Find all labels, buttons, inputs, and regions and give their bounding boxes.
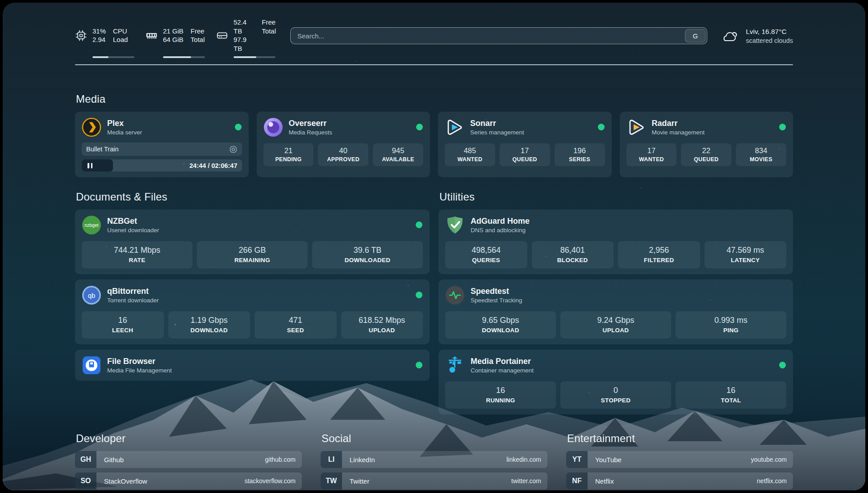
cpu-progress-bar: [92, 56, 134, 58]
service-subtitle: Movie management: [652, 129, 705, 136]
stat-tile: 1.19 GbpsDOWNLOAD: [168, 311, 250, 338]
search-engine-button[interactable]: G: [685, 29, 705, 42]
service-title: Speedtest: [471, 287, 522, 297]
bookmark-twitter[interactable]: TW Twitter twitter.com: [321, 472, 547, 489]
bookmark-netflix[interactable]: NF Netflix netflix.com: [566, 472, 793, 489]
status-dot: [598, 124, 605, 130]
cpu-label-2: Load: [113, 35, 128, 44]
card-radarr[interactable]: Radarr Movie management 17WANTED 22QUEUE…: [620, 112, 793, 177]
bookmark-abbr: GH: [75, 451, 96, 468]
service-title: Overseerr: [289, 119, 333, 129]
cpu-load-avg: 2.94: [92, 35, 106, 44]
cpu-label-1: CPU: [113, 27, 128, 36]
cpu-stat: 31%2.94 CPULoad: [75, 18, 135, 58]
stat-tile: 16RUNNING: [445, 381, 556, 409]
section-heading-documents: Documents & Files: [76, 191, 430, 203]
plex-elapsed: [82, 159, 113, 171]
service-subtitle: Media server: [107, 129, 142, 136]
nzbget-icon: nzbget: [82, 215, 101, 235]
bookmark-github[interactable]: GH Github github.com: [75, 451, 302, 468]
cpu-usage: 31%: [92, 27, 106, 36]
stat-tile: 17WANTED: [626, 143, 677, 166]
card-filebrowser[interactable]: File Browser Media File Management: [75, 350, 430, 381]
stat-tile: 498,564QUERIES: [445, 241, 527, 268]
portainer-icon: [445, 355, 465, 375]
disk-stat: 52.4 TB97.9 TB FreeTotal: [216, 18, 276, 58]
plex-progress-bar: 24:44 / 02:06:47: [82, 159, 242, 171]
speedtest-icon: [445, 285, 465, 305]
status-dot: [779, 362, 786, 368]
stat-tile: 266 GBREMAINING: [197, 241, 308, 268]
svg-text:qb: qb: [88, 292, 96, 299]
stat-tile: 196SERIES: [555, 143, 605, 166]
service-title: Media Portainer: [471, 357, 534, 367]
card-speedtest[interactable]: Speedtest Speedtest Tracking 9.65 GbpsDO…: [438, 280, 793, 344]
section-heading-developer: Developer: [76, 432, 302, 445]
memory-progress-bar: [163, 56, 205, 58]
card-nzbget[interactable]: nzbget NZBGet Usenet downloader 744.21 M…: [75, 209, 430, 274]
section-heading-media: Media: [76, 93, 793, 105]
section-heading-utilities: Utilities: [439, 191, 793, 203]
card-overseerr[interactable]: Overseerr Media Requests 21PENDING 40APP…: [257, 112, 430, 177]
stat-tile: 16LEECH: [82, 311, 164, 338]
card-plex[interactable]: Plex Media server Bullet Train 24:44 / 0: [75, 112, 249, 177]
stat-tile: 834MOVIES: [736, 143, 786, 166]
status-dot: [416, 362, 422, 368]
card-portainer[interactable]: Media Portainer Container management 16R…: [438, 350, 793, 414]
service-title: File Browser: [107, 357, 172, 367]
bookmark-abbr: TW: [321, 472, 342, 489]
service-subtitle: Media Requests: [289, 129, 333, 136]
memory-label-2: Total: [191, 35, 205, 44]
stat-tile: 618.52 MbpsUPLOAD: [341, 311, 423, 338]
disk-free: 52.4 TB: [234, 18, 255, 35]
service-title: Plex: [107, 119, 142, 129]
ram-icon: [146, 29, 158, 42]
service-subtitle: Container management: [471, 367, 534, 374]
section-heading-entertainment: Entertainment: [567, 432, 793, 445]
stat-tile: 0STOPPED: [560, 381, 671, 409]
status-dot: [235, 124, 242, 130]
service-subtitle: Series management: [470, 129, 524, 136]
bookmark-abbr: NF: [566, 472, 588, 489]
disk-progress-bar: [234, 56, 275, 58]
plex-now-playing: Bullet Train: [82, 142, 242, 156]
bookmark-abbr: YT: [566, 451, 588, 468]
bookmark-youtube[interactable]: YT YouTube youtube.com: [566, 451, 793, 468]
disk-icon: [216, 29, 228, 42]
overseerr-icon: [263, 117, 283, 137]
service-title: NZBGet: [107, 217, 159, 226]
search-input[interactable]: [290, 27, 707, 44]
plex-time: 24:44 / 02:06:47: [189, 162, 242, 169]
card-qbittorrent[interactable]: qb qBittorrent Torrent downloader 16LEEC…: [75, 280, 430, 344]
top-bar: 31%2.94 CPULoad 21 GiB64 GiB FreeTotal: [75, 18, 793, 58]
card-sonarr[interactable]: Sonarr Series management 485WANTED 17QUE…: [438, 112, 612, 177]
adguard-icon: [445, 215, 465, 235]
stat-tile: 40APPROVED: [318, 143, 368, 166]
bookmark-linkedin[interactable]: LI LinkedIn linkedin.com: [321, 451, 547, 468]
service-subtitle: Speedtest Tracking: [471, 297, 522, 304]
status-dot: [416, 124, 423, 130]
service-title: AdGuard Home: [471, 217, 530, 226]
disk-label-1: Free: [262, 18, 276, 27]
stat-tile: 39.6 TBDOWNLOADED: [312, 241, 423, 268]
pause-icon[interactable]: [88, 163, 92, 168]
stat-tile: 9.24 GbpsUPLOAD: [560, 311, 671, 338]
stat-tile: 16TOTAL: [676, 381, 786, 409]
bookmark-stackoverflow[interactable]: SO StackOverflow stackoverflow.com: [75, 472, 302, 489]
bookmark-url: linkedin.com: [506, 451, 547, 468]
memory-total: 64 GiB: [163, 35, 184, 44]
cpu-icon: [75, 29, 87, 42]
card-adguard[interactable]: AdGuard Home DNS and adblocking 498,564Q…: [438, 209, 793, 274]
album-icon: [229, 145, 238, 154]
service-title: Radarr: [652, 119, 705, 129]
service-title: Sonarr: [470, 119, 524, 129]
filebrowser-icon: [82, 355, 101, 375]
weather-condition: scattered clouds: [746, 37, 793, 46]
bookmark-url: twitter.com: [511, 472, 547, 489]
plex-icon: [82, 117, 101, 137]
stat-tile: 945AVAILABLE: [373, 143, 423, 166]
dashboard: 31%2.94 CPULoad 21 GiB64 GiB FreeTotal: [3, 3, 865, 490]
bookmark-name: StackOverflow: [96, 472, 147, 489]
stat-tile: 471SEED: [255, 311, 337, 338]
service-subtitle: DNS and adblocking: [471, 227, 530, 234]
